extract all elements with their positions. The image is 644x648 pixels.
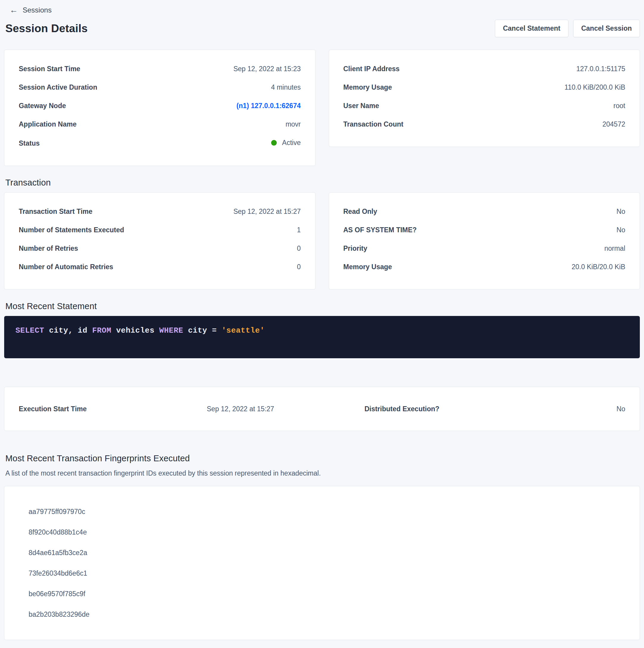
- info-value: normal: [604, 243, 625, 254]
- info-value: 204572: [602, 118, 625, 130]
- sql-statement-block: SELECT city, id FROM vehicles WHERE city…: [4, 316, 640, 358]
- fingerprints-section-subtitle: A list of the most recent transaction fi…: [5, 469, 640, 478]
- session-overview-card: Session Start Time Sep 12, 2022 at 15:23…: [4, 50, 315, 166]
- info-row-txn-start-time: Transaction Start Time Sep 12, 2022 at 1…: [19, 206, 301, 217]
- info-label: Status: [19, 138, 40, 149]
- info-value: 110.0 KiB/200.0 KiB: [565, 82, 625, 93]
- fingerprints-section-title: Most Recent Transaction Fingerprints Exe…: [5, 453, 640, 464]
- execution-card: Execution Start Time Sep 12, 2022 at 15:…: [4, 387, 640, 431]
- info-value: Sep 12, 2022 at 15:23: [233, 63, 301, 74]
- info-row-statements-executed: Number of Statements Executed 1: [19, 224, 301, 235]
- info-row-retries: Number of Retries 0: [19, 243, 301, 254]
- execution-start-time-value: Sep 12, 2022 at 15:27: [207, 403, 364, 415]
- info-value: 1: [297, 224, 301, 235]
- cancel-statement-button[interactable]: Cancel Statement: [495, 20, 569, 37]
- info-value: 4 minutes: [271, 82, 301, 93]
- fingerprint-list-item: 73fe26034bd6e6c1: [4, 568, 625, 579]
- info-row-priority: Priority normal: [343, 243, 626, 254]
- info-row-gateway-node: Gateway Node (n1) 127.0.0.1:62674: [19, 100, 301, 111]
- info-value: 0: [297, 261, 301, 272]
- info-row-status: Status Active: [19, 137, 301, 149]
- status-active-dot-icon: [271, 140, 277, 146]
- info-value: movr: [285, 118, 301, 130]
- info-value: 20.0 KiB/20.0 KiB: [572, 261, 625, 272]
- info-label: Application Name: [19, 118, 76, 130]
- distributed-execution-value: No: [534, 403, 625, 415]
- info-row-automatic-retries: Number of Automatic Retries 0: [19, 261, 301, 272]
- overview-cards: Session Start Time Sep 12, 2022 at 15:23…: [4, 50, 640, 166]
- sql-fragment: city, id: [44, 326, 92, 335]
- info-label: Transaction Start Time: [19, 206, 93, 217]
- page-header: Session Details Cancel Statement Cancel …: [5, 20, 640, 37]
- status-badge: Active: [271, 137, 301, 148]
- header-actions: Cancel Statement Cancel Session: [495, 20, 640, 37]
- fingerprint-list-item: ba2b203b823296de: [4, 609, 625, 620]
- info-label: Read Only: [343, 206, 377, 217]
- sql-keyword: SELECT: [15, 326, 44, 335]
- info-row-session-active-duration: Session Active Duration 4 minutes: [19, 82, 301, 93]
- client-overview-card: Client IP Address 127.0.0.1:51175 Memory…: [329, 50, 640, 147]
- info-row-memory-usage: Memory Usage 110.0 KiB/200.0 KiB: [343, 82, 626, 93]
- sql-keyword: WHERE: [159, 326, 183, 335]
- info-label: Memory Usage: [343, 261, 392, 272]
- execution-start-time-label: Execution Start Time: [19, 403, 207, 415]
- cancel-session-button[interactable]: Cancel Session: [573, 20, 640, 37]
- info-row-client-ip: Client IP Address 127.0.0.1:51175: [343, 63, 626, 74]
- info-label: Number of Automatic Retries: [19, 261, 113, 272]
- transaction-section-title: Transaction: [5, 178, 640, 187]
- info-label: Gateway Node: [19, 100, 66, 111]
- page-title: Session Details: [5, 22, 88, 35]
- info-label: Number of Statements Executed: [19, 224, 124, 235]
- info-value: No: [617, 206, 625, 217]
- info-row-application-name: Application Name movr: [19, 118, 301, 130]
- transaction-cards: Transaction Start Time Sep 12, 2022 at 1…: [4, 193, 640, 289]
- info-label: AS OF SYSTEM TIME?: [343, 224, 417, 235]
- info-row-transaction-count: Transaction Count 204572: [343, 118, 626, 130]
- distributed-execution-label: Distributed Execution?: [364, 403, 534, 415]
- breadcrumb-label: Sessions: [22, 6, 52, 14]
- info-row-user-name: User Name root: [343, 100, 626, 111]
- info-label: Client IP Address: [343, 63, 400, 74]
- session-details-page: ← Sessions Session Details Cancel Statem…: [0, 0, 644, 648]
- info-label: Transaction Count: [343, 118, 404, 130]
- sql-fragment: vehicles: [111, 326, 159, 335]
- info-row-session-start-time: Session Start Time Sep 12, 2022 at 15:23: [19, 63, 301, 74]
- fingerprint-list-item: be06e9570f785c9f: [4, 588, 625, 599]
- info-label: Priority: [343, 243, 367, 254]
- info-label: Session Start Time: [19, 63, 80, 74]
- fingerprints-card: aa79775ff097970c 8f920c40d88b1c4e 8d4ae6…: [4, 486, 640, 640]
- info-label: Session Active Duration: [19, 82, 97, 93]
- transaction-stats-card: Transaction Start Time Sep 12, 2022 at 1…: [4, 193, 315, 289]
- status-text: Active: [282, 137, 301, 148]
- fingerprint-list-item: aa79775ff097970c: [4, 506, 625, 517]
- info-row-txn-memory-usage: Memory Usage 20.0 KiB/20.0 KiB: [343, 261, 626, 272]
- sql-keyword: FROM: [92, 326, 111, 335]
- fingerprint-list-item: 8d4ae61a5fb3ce2a: [4, 547, 625, 558]
- info-value: 127.0.0.1:51175: [576, 63, 625, 74]
- statement-section-title: Most Recent Statement: [5, 302, 640, 311]
- info-value: Sep 12, 2022 at 15:27: [233, 206, 301, 217]
- info-label: Memory Usage: [343, 82, 392, 93]
- info-row-read-only: Read Only No: [343, 206, 626, 217]
- info-label: User Name: [343, 100, 379, 111]
- info-value: 0: [297, 243, 301, 254]
- sql-fragment: city =: [183, 326, 222, 335]
- info-label: Number of Retries: [19, 243, 78, 254]
- info-value: root: [613, 100, 625, 111]
- transaction-props-card: Read Only No AS OF SYSTEM TIME? No Prior…: [329, 193, 640, 289]
- info-value: No: [617, 224, 625, 235]
- sql-string-literal: 'seattle': [221, 326, 265, 335]
- fingerprint-list-item: 8f920c40d88b1c4e: [4, 527, 625, 538]
- back-to-sessions-link[interactable]: ← Sessions: [4, 4, 52, 14]
- arrow-left-icon: ←: [9, 6, 18, 14]
- info-row-as-of-system-time: AS OF SYSTEM TIME? No: [343, 224, 626, 235]
- gateway-node-link[interactable]: (n1) 127.0.0.1:62674: [236, 100, 301, 111]
